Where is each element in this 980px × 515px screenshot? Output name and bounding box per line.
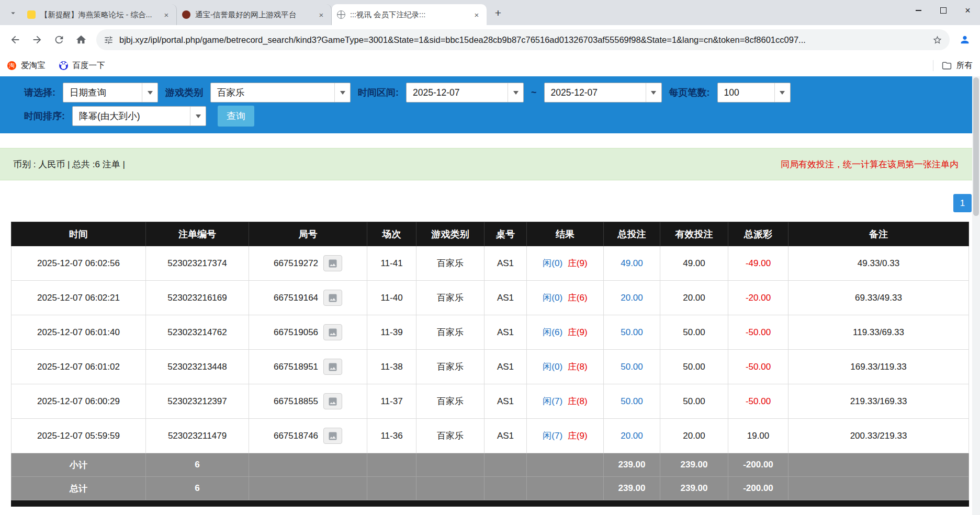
pagination: 1 bbox=[0, 194, 972, 212]
table-row: 2025-12-07 05:59:59 523023211479 6675187… bbox=[12, 419, 969, 453]
replay-button[interactable] bbox=[323, 428, 342, 444]
round-number: 667518855 bbox=[274, 396, 318, 407]
url-text[interactable]: bjbj.xyz/ipl/portal.php/game/betrecord_s… bbox=[119, 35, 927, 45]
tabs-container: 【新提醒】海燕策略论坛 - 综合...×通宝-信誉最好的网上游戏平台×:::视讯… bbox=[22, 0, 487, 25]
cell-game-type: 百家乐 bbox=[416, 246, 485, 281]
cell-total-bet[interactable]: 50.00 bbox=[604, 384, 660, 419]
all-bookmarks-label: 所有 bbox=[956, 60, 973, 71]
replay-button[interactable] bbox=[323, 393, 342, 409]
tab-title: 通宝-信誉最好的网上游戏平台 bbox=[195, 10, 313, 20]
cell-total-bet[interactable]: 20.00 bbox=[604, 281, 660, 315]
page-size-label: 每页笔数: bbox=[669, 86, 710, 99]
all-bookmarks-folder[interactable]: 所有 bbox=[933, 60, 973, 71]
bookmarks-list: 爱淘宝百度一下 bbox=[7, 60, 105, 71]
replay-button[interactable] bbox=[323, 255, 342, 271]
tab-search-chevron-icon[interactable] bbox=[5, 5, 21, 21]
cell-remark: 169.33/119.33 bbox=[788, 350, 969, 384]
cell-result: 闲(0) 庄(8) bbox=[527, 350, 604, 384]
cell-session: 11-37 bbox=[367, 384, 416, 419]
chevron-down-icon[interactable] bbox=[646, 83, 661, 102]
tab-close-icon[interactable]: × bbox=[317, 10, 326, 19]
cell-session: 11-39 bbox=[367, 315, 416, 350]
address-bar[interactable]: bjbj.xyz/ipl/portal.php/game/betrecord_s… bbox=[96, 29, 950, 50]
total-label: 总计 bbox=[12, 477, 146, 500]
cell-total-bet[interactable]: 50.00 bbox=[604, 315, 660, 350]
replay-button[interactable] bbox=[323, 359, 342, 375]
scrollbar-thumb[interactable] bbox=[973, 77, 979, 216]
browser-tab[interactable]: 通宝-信誉最好的网上游戏平台× bbox=[177, 4, 332, 25]
bookmark-item[interactable]: 百度一下 bbox=[59, 60, 105, 71]
table-header-row: 时间注单编号局号场次游戏类别桌号结果总投注有效投注总派彩备注 bbox=[12, 222, 969, 246]
tab-close-icon[interactable]: × bbox=[162, 10, 171, 19]
result-player: 闲(7) bbox=[543, 396, 562, 406]
cell-session: 11-38 bbox=[367, 350, 416, 384]
browser-tab[interactable]: :::视讯 会员下注纪录:::× bbox=[332, 4, 487, 25]
tab-close-icon[interactable]: × bbox=[472, 10, 481, 19]
sort-select[interactable]: 降幂(由大到小) bbox=[72, 106, 206, 126]
close-button[interactable]: × bbox=[955, 0, 980, 21]
bookmark-star-icon[interactable] bbox=[932, 35, 942, 45]
result-player: 闲(0) bbox=[543, 362, 562, 372]
cell-table-no: AS1 bbox=[485, 350, 527, 384]
cell-total-bet[interactable]: 50.00 bbox=[604, 350, 660, 384]
cell-valid-bet: 20.00 bbox=[660, 419, 728, 453]
tongbao-favicon bbox=[182, 10, 190, 19]
cell-valid-bet: 50.00 bbox=[660, 384, 728, 419]
cell-total-bet[interactable]: 20.00 bbox=[604, 419, 660, 453]
cell-bet-id: 523023213448 bbox=[146, 350, 249, 384]
refresh-button[interactable] bbox=[49, 30, 69, 50]
tilde-separator: ~ bbox=[531, 87, 537, 98]
bookmark-item[interactable]: 爱淘宝 bbox=[7, 60, 46, 71]
site-settings-icon[interactable] bbox=[104, 35, 114, 45]
tab-title: :::视讯 会员下注纪录::: bbox=[350, 10, 469, 20]
chevron-down-icon[interactable] bbox=[334, 83, 350, 102]
subtotal-total-bet: 239.00 bbox=[604, 453, 660, 477]
cell-payout: -50.00 bbox=[728, 350, 788, 384]
search-button[interactable]: 查询 bbox=[218, 106, 254, 127]
page-scrollbar[interactable] bbox=[972, 76, 980, 515]
page-button-1[interactable]: 1 bbox=[953, 194, 972, 212]
page-size-select[interactable]: 100 bbox=[717, 83, 791, 102]
home-button[interactable] bbox=[71, 30, 91, 50]
profile-icon[interactable] bbox=[955, 30, 975, 50]
result-player: 闲(7) bbox=[543, 431, 562, 441]
new-tab-button[interactable]: + bbox=[491, 6, 505, 20]
minimize-button[interactable] bbox=[906, 0, 931, 21]
chevron-down-icon[interactable] bbox=[774, 83, 790, 102]
cell-result: 闲(6) 庄(9) bbox=[527, 315, 604, 350]
round-number: 667518746 bbox=[274, 431, 318, 441]
query-type-select[interactable]: 日期查询 bbox=[63, 83, 158, 102]
cell-bet-id: 523023216169 bbox=[146, 281, 249, 315]
globe-favicon bbox=[337, 10, 345, 19]
replay-button[interactable] bbox=[323, 324, 342, 340]
summary-text: 币别 : 人民币 | 总共 :6 注单 | bbox=[13, 158, 125, 170]
replay-icon bbox=[328, 362, 338, 372]
cell-time: 2025-12-07 06:01:40 bbox=[12, 315, 146, 350]
subtotal-count: 6 bbox=[146, 453, 249, 477]
cell-total-bet[interactable]: 49.00 bbox=[604, 246, 660, 281]
browser-tab[interactable]: 【新提醒】海燕策略论坛 - 综合...× bbox=[22, 4, 177, 25]
replay-icon bbox=[328, 431, 338, 441]
cell-time: 2025-12-07 06:02:56 bbox=[12, 246, 146, 281]
back-button[interactable] bbox=[5, 30, 25, 50]
baidu-icon bbox=[59, 61, 68, 70]
game-type-select[interactable]: 百家乐 bbox=[210, 83, 351, 102]
maximize-button[interactable] bbox=[931, 0, 955, 21]
cell-table-no: AS1 bbox=[485, 246, 527, 281]
chevron-down-icon[interactable] bbox=[508, 83, 523, 102]
cell-valid-bet: 50.00 bbox=[660, 315, 728, 350]
cell-game-type: 百家乐 bbox=[416, 350, 485, 384]
forward-button[interactable] bbox=[27, 30, 47, 50]
replay-button[interactable] bbox=[323, 290, 342, 306]
column-header: 注单编号 bbox=[146, 222, 249, 246]
date-to-select[interactable]: 2025-12-07 bbox=[544, 83, 662, 102]
chevron-down-icon[interactable] bbox=[142, 83, 157, 102]
tab-strip: 【新提醒】海燕策略论坛 - 综合...×通宝-信誉最好的网上游戏平台×:::视讯… bbox=[0, 0, 980, 25]
chevron-down-icon[interactable] bbox=[190, 107, 206, 125]
column-header: 总派彩 bbox=[728, 222, 788, 246]
cell-payout: -50.00 bbox=[728, 384, 788, 419]
replay-icon bbox=[328, 396, 338, 407]
replay-icon bbox=[328, 258, 338, 269]
date-from-select[interactable]: 2025-12-07 bbox=[406, 83, 524, 102]
cell-result: 闲(0) 庄(9) bbox=[527, 246, 604, 281]
